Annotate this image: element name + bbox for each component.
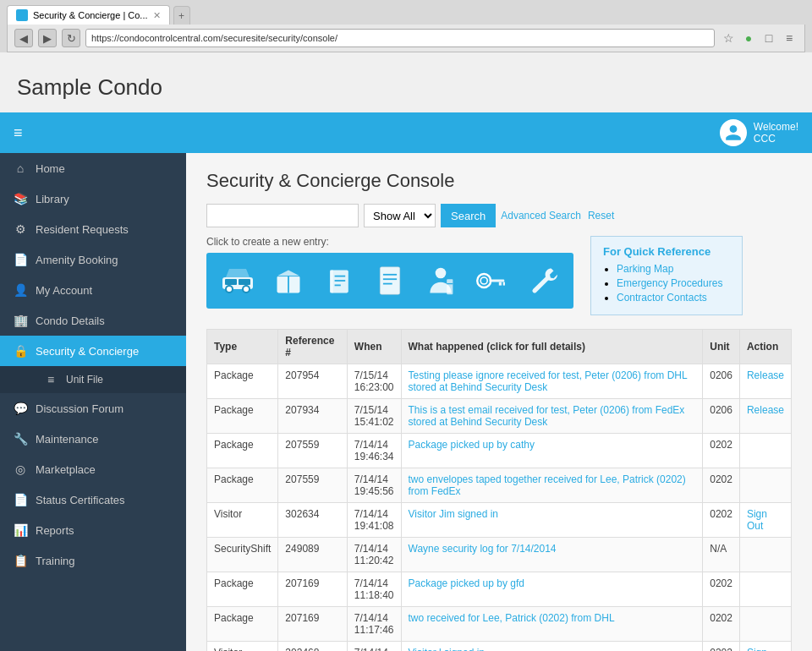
sidebar-item-condo-details[interactable]: 🏢 Condo Details — [0, 305, 186, 336]
table-row: Package 207934 7/15/1415:41:02 This is a… — [207, 399, 792, 434]
cell-what[interactable]: This is a test email received for test, … — [401, 399, 703, 434]
cell-ref: 302468 — [278, 642, 347, 652]
sidebar-label-library: Library — [36, 193, 69, 205]
cell-what[interactable]: two received for Lee, Patrick (0202) fro… — [401, 607, 703, 642]
search-input[interactable] — [206, 204, 359, 227]
sidebar-item-my-account[interactable]: 👤 My Account — [0, 275, 186, 305]
cell-ref: 207954 — [278, 364, 347, 399]
sidebar-item-reports[interactable]: 📊 Reports — [0, 515, 186, 545]
table-row: Package 207169 7/14/1411:18:40 Package p… — [207, 572, 792, 607]
cell-what[interactable]: Visitor Jim signed in — [401, 503, 703, 538]
sidebar-item-resident-requests[interactable]: ⚙ Resident Requests — [0, 214, 186, 244]
forward-btn[interactable]: ▶ — [38, 29, 57, 47]
cell-when: 7/14/1411:20:42 — [347, 538, 401, 572]
table-header-row: Type Reference # When What happened (cli… — [207, 330, 792, 364]
cell-type: Package — [207, 364, 278, 399]
entry-icon-key[interactable] — [472, 261, 511, 300]
cell-what[interactable]: Package picked up by cathy — [401, 434, 703, 468]
toolbar-actions: ☆ ● □ ≡ — [720, 30, 798, 46]
svg-rect-26 — [490, 279, 505, 282]
welcome-text: Welcome! CCC — [754, 121, 798, 145]
quick-ref-item-emergency: Emergency Procedures — [617, 277, 730, 289]
entry-icon-visitor[interactable] — [421, 261, 460, 300]
sidebar-label-marketplace: Marketplace — [36, 463, 96, 476]
cell-what[interactable]: two envelopes taped together received fo… — [401, 468, 703, 503]
detail-link[interactable]: Wayne security log for 7/14/2014 — [409, 543, 557, 555]
refresh-btn[interactable]: ↻ — [62, 29, 80, 47]
tab-close-btn[interactable]: ✕ — [153, 10, 161, 21]
cell-what[interactable]: Package picked up by gfd — [401, 572, 703, 607]
sidebar-item-maintenance[interactable]: 🔧 Maintenance — [0, 424, 186, 454]
action-link[interactable]: Release — [747, 369, 784, 381]
detail-link[interactable]: Package picked up by gfd — [409, 577, 524, 589]
detail-link[interactable]: Package picked up by cathy — [409, 439, 535, 451]
detail-link[interactable]: two received for Lee, Patrick (0202) fro… — [409, 612, 615, 624]
user-info: Welcome! CCC — [720, 119, 798, 146]
cell-type: Package — [207, 607, 278, 642]
svg-point-2 — [227, 287, 232, 292]
reports-icon: 📊 — [14, 523, 27, 537]
marketplace-icon: ◎ — [14, 462, 27, 476]
entry-icon-document[interactable] — [370, 261, 409, 300]
bookmark-icon[interactable]: ☆ — [720, 30, 737, 46]
svg-point-21 — [436, 268, 447, 279]
show-all-select[interactable]: Show All — [364, 204, 436, 227]
entry-icon-package[interactable] — [269, 261, 308, 300]
col-action: Action — [739, 330, 791, 364]
maintenance-icon: 🔧 — [14, 432, 27, 446]
cell-what[interactable]: Testing please ignore received for test,… — [401, 364, 703, 399]
action-link[interactable]: SignOut — [747, 508, 767, 532]
cell-unit: 0202 — [703, 468, 740, 503]
active-tab[interactable]: Security & Concierge | Co... ✕ — [7, 5, 170, 25]
table-row: Package 207954 7/15/1416:23:00 Testing p… — [207, 364, 792, 399]
quick-reference: For Quick Reference Parking Map Emergenc… — [590, 236, 743, 315]
svg-rect-5 — [225, 279, 237, 285]
svg-rect-22 — [447, 279, 453, 294]
menu-icon[interactable]: ≡ — [781, 30, 798, 46]
ext-icon2[interactable]: □ — [760, 30, 777, 46]
reset-link[interactable]: Reset — [588, 210, 614, 222]
sidebar-item-status-certificates[interactable]: 📄 Status Certificates — [0, 484, 186, 515]
action-link[interactable]: SignOut — [747, 647, 767, 651]
emergency-procedures-link[interactable]: Emergency Procedures — [617, 277, 722, 289]
cell-action — [739, 607, 791, 642]
quick-ref-item-parking: Parking Map — [617, 263, 730, 275]
col-when: When — [347, 330, 401, 364]
back-btn[interactable]: ◀ — [14, 29, 33, 47]
new-tab-btn[interactable]: + — [173, 6, 190, 25]
detail-link[interactable]: Visitor l signed in — [409, 647, 486, 651]
sidebar-item-marketplace[interactable]: ◎ Marketplace — [0, 454, 186, 484]
svg-rect-16 — [380, 267, 399, 294]
sidebar-item-unit-file[interactable]: ≡ Unit File — [34, 366, 186, 393]
entry-icon-car[interactable] — [218, 261, 257, 300]
sidebar-item-discussion-forum[interactable]: 💬 Discussion Forum — [0, 393, 186, 424]
svg-marker-8 — [277, 270, 300, 276]
detail-link[interactable]: This is a test email received for test, … — [409, 404, 685, 428]
ext-icon1[interactable]: ● — [740, 30, 757, 46]
sidebar-item-security-concierge[interactable]: 🔒 Security & Concierge — [0, 336, 186, 366]
sidebar-item-home[interactable]: ⌂ Home — [0, 153, 186, 183]
table-row: Package 207559 7/14/1419:46:34 Package p… — [207, 434, 792, 468]
detail-link[interactable]: Testing please ignore received for test,… — [409, 369, 688, 393]
svg-rect-12 — [330, 270, 333, 293]
advanced-search-link[interactable]: Advanced Search — [501, 210, 581, 222]
contractor-contacts-link[interactable]: Contractor Contacts — [617, 292, 707, 304]
cell-type: Package — [207, 468, 278, 503]
entry-icon-reference[interactable] — [320, 261, 359, 300]
search-button[interactable]: Search — [441, 204, 496, 227]
action-link[interactable]: Release — [747, 404, 784, 416]
parking-map-link[interactable]: Parking Map — [617, 263, 673, 275]
sidebar-item-training[interactable]: 📋 Training — [0, 545, 186, 576]
hamburger-menu[interactable]: ≡ — [14, 124, 23, 142]
sidebar-item-library[interactable]: 📚 Library — [0, 183, 186, 214]
sidebar-item-amenity-booking[interactable]: 📄 Amenity Booking — [0, 244, 186, 275]
cell-what[interactable]: Visitor l signed in — [401, 642, 703, 652]
address-bar[interactable]: https://condocontrolcentral.com/securesi… — [85, 29, 715, 47]
detail-link[interactable]: two envelopes taped together received fo… — [409, 473, 686, 497]
entry-icon-maintenance[interactable] — [523, 261, 562, 300]
cell-when: 7/14/1411:18:40 — [347, 572, 401, 607]
detail-link[interactable]: Visitor Jim signed in — [409, 508, 499, 520]
cell-ref: 207559 — [278, 468, 347, 503]
sidebar-label-maintenance: Maintenance — [36, 433, 98, 446]
cell-what[interactable]: Wayne security log for 7/14/2014 — [401, 538, 703, 572]
